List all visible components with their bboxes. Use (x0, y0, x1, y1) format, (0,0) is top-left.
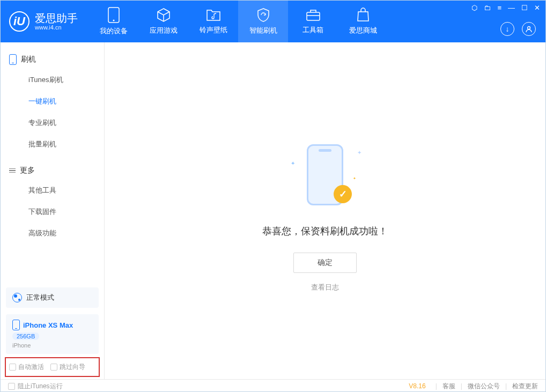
sparkle-icon: ✦ (353, 176, 356, 181)
tab-label: 应用游戏 (150, 26, 178, 35)
menu-icon[interactable]: ≡ (497, 4, 501, 12)
device-mode-box[interactable]: 正常模式 (6, 287, 99, 308)
auto-activate-checkbox[interactable]: 自动激活 (9, 363, 44, 372)
sidebar-item-download-firmware[interactable]: 下载固件 (1, 201, 104, 223)
tab-toolbox[interactable]: 工具箱 (288, 1, 338, 42)
svg-point-3 (528, 27, 530, 29)
section-title-text: 刷机 (21, 55, 36, 64)
maximize-icon[interactable]: ☐ (521, 4, 528, 12)
shopping-bag-icon (356, 8, 370, 23)
sidebar-item-other-tools[interactable]: 其他工具 (1, 180, 104, 201)
tshirt-icon[interactable]: ⬡ (471, 4, 477, 12)
footer-bar: 阻止iTunes运行 V8.16 | 客服 | 微信公众号 | 检查更新 (1, 379, 545, 392)
lock-icon[interactable]: 🗀 (484, 4, 491, 12)
checkbox-icon (9, 364, 16, 371)
svg-rect-2 (307, 12, 320, 20)
main-tabs: 我的设备 应用游戏 铃声壁纸 智能刷机 工具箱 爱思商城 (88, 1, 388, 42)
close-icon[interactable]: ✕ (534, 4, 540, 12)
tab-my-device[interactable]: 我的设备 (88, 1, 138, 42)
phone-small-icon (9, 54, 17, 65)
footer-link-update[interactable]: 检查更新 (512, 382, 538, 391)
phone-small-icon (12, 320, 20, 330)
device-mode-text: 正常模式 (26, 293, 54, 302)
toolbox-icon (305, 8, 321, 22)
tab-label: 工具箱 (302, 25, 323, 35)
checkbox-label-text: 跳过向导 (60, 363, 85, 372)
device-type-text: iPhone (12, 342, 31, 349)
checkbox-icon (50, 364, 57, 371)
tab-store[interactable]: 爱思商城 (338, 1, 388, 42)
sidebar-item-advanced[interactable]: 高级功能 (1, 223, 104, 244)
device-name-row: iPhone XS Max (12, 320, 73, 330)
sidebar-section-more: 更多 (1, 161, 104, 180)
logo-area: iU 爱思助手 www.i4.cn (1, 11, 88, 32)
logo-icon: iU (9, 11, 29, 32)
list-icon (9, 168, 16, 173)
options-highlight-box: 自动激活 跳过向导 (5, 357, 100, 377)
footer-link-support[interactable]: 客服 (442, 382, 455, 391)
music-folder-icon (206, 8, 221, 22)
checkbox-label-text: 自动激活 (18, 363, 44, 372)
tab-smart-flash[interactable]: 智能刷机 (238, 1, 288, 42)
sidebar-item-pro-flash[interactable]: 专业刷机 (1, 112, 104, 134)
sidebar: 刷机 iTunes刷机 一键刷机 专业刷机 批量刷机 更多 其他工具 下载固件 … (1, 42, 105, 379)
normal-mode-icon (12, 293, 22, 302)
sparkle-icon: ✦ (291, 160, 295, 166)
device-name-text: iPhone XS Max (23, 321, 73, 329)
version-text: V8.16 (409, 382, 425, 390)
tab-label: 铃声壁纸 (200, 25, 227, 35)
device-info-box[interactable]: iPhone XS Max 256GB iPhone (6, 314, 99, 354)
device-capacity-badge: 256GB (12, 332, 39, 340)
success-illustration: ✦ ✦ ✦ ✓ (301, 144, 349, 209)
checkbox-icon (8, 383, 15, 390)
check-badge-icon: ✓ (334, 185, 352, 203)
sidebar-item-itunes-flash[interactable]: iTunes刷机 (1, 69, 104, 91)
user-icon[interactable] (522, 22, 536, 36)
sidebar-item-oneclick-flash[interactable]: 一键刷机 (1, 91, 104, 112)
cube-icon (156, 8, 171, 23)
app-header: iU 爱思助手 www.i4.cn 我的设备 应用游戏 铃声壁纸 智能刷机 工具… (1, 1, 545, 42)
ok-button[interactable]: 确定 (293, 253, 357, 273)
sidebar-section-flash: 刷机 (1, 50, 104, 69)
skip-guide-checkbox[interactable]: 跳过向导 (50, 363, 85, 372)
tab-label: 爱思商城 (349, 26, 377, 35)
footer-link-wechat[interactable]: 微信公众号 (468, 382, 500, 391)
block-itunes-checkbox[interactable]: 阻止iTunes运行 (8, 382, 63, 391)
view-log-link[interactable]: 查看日志 (311, 283, 339, 292)
success-message: 恭喜您，保资料刷机成功啦！ (262, 225, 388, 238)
download-icon[interactable]: ↓ (500, 22, 514, 36)
svg-point-1 (113, 20, 114, 21)
window-controls: ⬡ 🗀 ≡ — ☐ ✕ (471, 4, 540, 12)
app-name: 爱思助手 (35, 12, 78, 24)
sparkle-icon: ✦ (357, 150, 361, 156)
section-title-text: 更多 (20, 166, 35, 175)
phone-icon (108, 7, 120, 23)
checkbox-label-text: 阻止iTunes运行 (18, 382, 63, 391)
main-content: ✦ ✦ ✦ ✓ 恭喜您，保资料刷机成功啦！ 确定 查看日志 (105, 42, 545, 379)
shield-sync-icon (256, 8, 271, 23)
tab-apps-games[interactable]: 应用游戏 (138, 1, 188, 42)
tab-ringtone-wallpaper[interactable]: 铃声壁纸 (188, 1, 238, 42)
sidebar-item-batch-flash[interactable]: 批量刷机 (1, 134, 104, 155)
app-url: www.i4.cn (35, 24, 78, 31)
tab-label: 我的设备 (100, 26, 128, 36)
tab-label: 智能刷机 (249, 26, 277, 35)
minimize-icon[interactable]: — (508, 4, 515, 12)
header-action-icons: ↓ (500, 22, 536, 36)
